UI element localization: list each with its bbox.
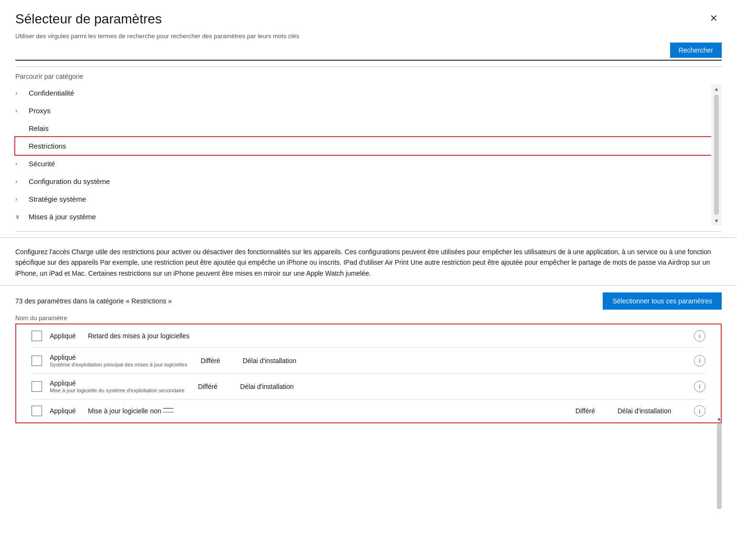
param-differe-2: Différé — [201, 357, 234, 365]
scroll-thumb — [714, 95, 719, 215]
search-button[interactable]: Rechercher — [670, 43, 722, 58]
chevron-down-icon: ∨ — [15, 213, 23, 220]
param-name-1: Retard des mises à jour logicielles — [88, 332, 694, 340]
sidebar-item-label: Configuration du système — [29, 177, 110, 185]
selector-dialog: Sélecteur de paramètres ✕ Utiliser des v… — [0, 0, 737, 560]
param-differe-3: Différé — [198, 383, 231, 390]
params-count: 73 des paramètres dans la catégorie « Re… — [15, 297, 172, 305]
sidebar-item-label: Proxys — [29, 107, 51, 115]
dialog-header: Sélecteur de paramètres ✕ — [0, 0, 737, 27]
category-scroll-wrapper: › Confidentialité › Proxys › Relais › Re… — [15, 84, 722, 226]
sidebar-item-proxys[interactable]: › Proxys — [15, 102, 711, 119]
param-applied-3: Appliqué Mise à jour logicielle du systè… — [50, 379, 184, 393]
column-header-label: Nom du paramètre — [15, 314, 67, 322]
param-checkbox-4[interactable] — [32, 406, 42, 416]
table-row: Appliqué Système d'exploitation principa… — [32, 348, 705, 374]
param-checkbox-2[interactable] — [32, 355, 42, 366]
sidebar-item-strategie-systeme[interactable]: › Stratégie système — [15, 190, 711, 208]
browse-section: Parcourir par catégorie › Confidentialit… — [0, 73, 737, 226]
sidebar-item-label: Sécurité — [29, 160, 55, 168]
sidebar-item-restrictions[interactable]: › Restrictions — [15, 137, 711, 155]
search-input[interactable] — [15, 46, 666, 54]
param-name-4: Mise à jour logicielle non —— — [88, 407, 567, 415]
divider-2 — [15, 231, 722, 232]
sidebar-item-label: Stratégie système — [29, 195, 86, 203]
sidebar-item-confidentialite[interactable]: › Confidentialité — [15, 84, 711, 102]
param-delai-3: Délai d'installation — [240, 383, 316, 390]
sidebar-item-label: Confidentialité — [29, 89, 74, 97]
param-applied-1: Appliqué — [50, 332, 83, 340]
divider-1 — [15, 66, 722, 67]
sidebar-item-mises-a-jour-systeme[interactable]: ∨ Mises à jour système — [15, 208, 711, 226]
close-button[interactable]: ✕ — [706, 11, 722, 25]
info-icon-2[interactable]: i — [694, 355, 705, 366]
search-bar: Rechercher — [15, 43, 722, 61]
scroll-up-button[interactable]: ▲ — [713, 85, 720, 93]
dialog-title: Sélecteur de paramètres — [15, 11, 162, 27]
params-header: 73 des paramètres dans la catégorie « Re… — [0, 286, 737, 312]
param-delai-4: Délai d'installation — [618, 407, 694, 415]
table-scroll-thumb — [717, 423, 722, 509]
sidebar-item-label: Relais — [29, 124, 49, 132]
param-applied-2: Appliqué Système d'exploitation principa… — [50, 354, 187, 367]
select-all-button[interactable]: Sélectionner tous ces paramètres — [603, 292, 722, 310]
param-sub-2: Système d'exploitation principal des mis… — [50, 362, 187, 367]
sidebar-item-configuration-systeme[interactable]: › Configuration du système — [15, 172, 711, 190]
scroll-down-button[interactable]: ▼ — [713, 217, 720, 225]
info-icon-3[interactable]: i — [694, 381, 705, 392]
info-icon-1[interactable]: i — [694, 330, 705, 342]
description-section: Configurez l'accès Charge utile des rest… — [0, 237, 737, 286]
table-scrollbar: ▲ — [716, 416, 722, 511]
param-sub-3: Mise à jour logicielle du système d'expl… — [50, 388, 184, 393]
browse-title: Parcourir par catégorie — [15, 73, 722, 80]
sidebar-item-label: Mises à jour système — [29, 213, 96, 221]
table-row: Appliqué Mise à jour logicielle du systè… — [32, 374, 705, 399]
category-scrollbar: ▲ ▼ — [711, 84, 722, 226]
param-differe-4: Différé — [575, 407, 609, 415]
search-section: Utiliser des virgules parmi les termes d… — [0, 27, 737, 61]
sidebar-item-securite[interactable]: › Sécurité — [15, 155, 711, 172]
chevron-right-icon: › — [15, 160, 23, 167]
table-row: Appliqué Mise à jour logicielle non —— D… — [32, 399, 705, 422]
table-scroll-up-button[interactable]: ▲ — [716, 416, 722, 421]
param-delai-2: Délai d'installation — [243, 357, 319, 365]
chevron-right-icon: › — [15, 195, 23, 203]
sidebar-item-relais[interactable]: › Relais — [15, 119, 711, 137]
chevron-right-icon: › — [15, 107, 23, 114]
params-column-header: Nom du paramètre — [0, 312, 737, 323]
category-list: › Confidentialité › Proxys › Relais › Re… — [15, 84, 711, 226]
description-text: Configurez l'accès Charge utile des rest… — [15, 247, 722, 279]
chevron-right-icon: › — [15, 178, 23, 185]
param-checkbox-3[interactable] — [32, 381, 42, 392]
param-checkbox-1[interactable] — [32, 331, 42, 341]
table-row: Appliqué Retard des mises à jour logicie… — [32, 324, 705, 348]
params-table: Appliqué Retard des mises à jour logicie… — [15, 323, 722, 423]
param-applied-4: Appliqué — [50, 407, 83, 415]
chevron-right-icon: › — [15, 89, 23, 97]
search-hint: Utiliser des virgules parmi les termes d… — [15, 32, 722, 40]
sidebar-item-label: Restrictions — [29, 142, 66, 150]
info-icon-4[interactable]: i — [694, 405, 705, 417]
